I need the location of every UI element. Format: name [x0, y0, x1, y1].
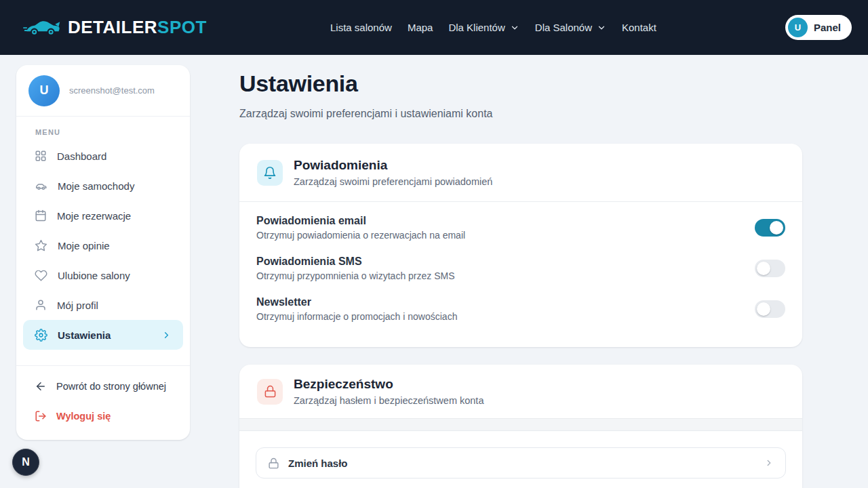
panel-button-label: Panel	[814, 22, 841, 33]
chevron-right-icon	[764, 458, 774, 468]
setting-label: Powiadomienia email	[256, 215, 465, 227]
notifications-card: Powiadomienia Zarządzaj swoimi preferenc…	[239, 144, 802, 347]
setting-row-newsletter: Newsletter Otrzymuj informacje o promocj…	[256, 289, 785, 329]
change-password-button[interactable]: Zmień hasło	[256, 447, 786, 479]
sms-notifications-toggle[interactable]	[755, 260, 785, 277]
security-actions: Zmień hasło Usuń konto	[239, 431, 802, 488]
sidebar-item-label: Ustawienia	[58, 329, 111, 341]
security-card-header: Bezpieczeństwo Zarządzaj hasłem i bezpie…	[239, 365, 802, 418]
sidebar-item-label: Ulubione salony	[58, 270, 130, 281]
security-card-title: Bezpieczeństwo	[294, 377, 484, 392]
sidebar-footer: Powrót do strony głównej Wyloguj się	[16, 371, 190, 431]
newsletter-toggle[interactable]	[755, 300, 785, 318]
lock-icon	[268, 458, 279, 469]
lock-icon	[257, 379, 283, 405]
nav-dla-klientow-label: Dla Klientów	[448, 22, 505, 33]
toggle-knob	[770, 221, 783, 235]
setting-description: Otrzymuj przypomnienia o wizytach przez …	[256, 270, 455, 281]
sidebar-item-moje-samochody[interactable]: Moje samochody	[23, 171, 183, 201]
setting-label: Powiadomienia SMS	[256, 256, 455, 268]
sidebar-item-ustawienia[interactable]: Ustawienia	[23, 320, 183, 350]
user-icon	[35, 299, 47, 311]
page-subtitle: Zarządzaj swoimi preferencjami i ustawie…	[239, 108, 802, 120]
setting-description: Otrzymuj informacje o promocjach i nowoś…	[256, 311, 457, 322]
panel-button[interactable]: U Panel	[785, 15, 852, 40]
sidebar-item-label: Moje rezerwacje	[57, 210, 131, 222]
chevron-down-icon	[510, 23, 519, 33]
chevron-right-icon	[161, 330, 172, 340]
toggle-knob	[757, 262, 770, 275]
back-to-home-link[interactable]: Powrót do strony głównej	[16, 371, 190, 401]
page-title: Ustawienia	[239, 70, 802, 97]
sidebar-item-label: Moje samochody	[58, 180, 134, 192]
sidebar-item-label: Dashboard	[57, 150, 106, 162]
notifications-card-header: Powiadomienia Zarządzaj swoimi preferenc…	[239, 144, 802, 201]
notifications-card-subtitle: Zarządzaj swoimi preferencjami powiadomi…	[294, 176, 492, 187]
nav-mapa[interactable]: Mapa	[408, 22, 433, 33]
sidebar-item-moje-rezerwacje[interactable]: Moje rezerwacje	[23, 201, 183, 230]
security-card: Bezpieczeństwo Zarządzaj hasłem i bezpie…	[239, 365, 802, 488]
main-content: Ustawienia Zarządzaj swoimi preferencjam…	[239, 70, 802, 120]
toggle-knob	[757, 302, 770, 316]
setting-description: Otrzymuj powiadomienia o rezerwacjach na…	[256, 230, 465, 241]
top-navbar: DETAILERSPOT Lista salonów Mapa Dla Klie…	[0, 0, 868, 55]
star-icon	[35, 239, 47, 252]
car-icon	[35, 180, 47, 192]
dashboard-grid-icon	[35, 150, 47, 162]
nextjs-dev-badge[interactable]: N	[12, 449, 39, 476]
avatar: U	[788, 18, 808, 37]
notification-settings-list: Powiadomienia email Otrzymuj powiadomien…	[239, 202, 802, 329]
heart-icon	[35, 269, 47, 282]
back-link-label: Powrót do strony głównej	[56, 381, 166, 392]
sidebar-item-label: Moje opinie	[58, 240, 110, 251]
sidebar-user-card: U screenshot@test.com	[16, 65, 190, 117]
divider	[16, 365, 190, 366]
notifications-card-title: Powiadomienia	[294, 158, 492, 173]
brand-name: DETAILERSPOT	[68, 17, 207, 38]
user-email: screenshot@test.com	[69, 85, 155, 96]
menu-section-label: MENU	[35, 128, 190, 136]
sidebar-item-ulubione-salony[interactable]: Ulubione salony	[23, 260, 183, 290]
nav-dla-salonow-label: Dla Salonów	[535, 22, 592, 33]
logout-link[interactable]: Wyloguj się	[16, 401, 190, 431]
arrow-left-icon	[35, 380, 47, 392]
main-navigation: Lista salonów Mapa Dla Klientów Dla Salo…	[330, 0, 656, 55]
logout-link-label: Wyloguj się	[56, 411, 111, 422]
bell-icon	[257, 160, 283, 186]
security-card-subtitle: Zarządzaj hasłem i bezpieczeństwem konta	[294, 395, 484, 406]
sidebar-menu: Dashboard Moje samochody Moje rezerwacje…	[16, 141, 190, 350]
calendar-icon	[35, 209, 47, 222]
gear-icon	[35, 329, 47, 342]
sidebar-item-moje-opinie[interactable]: Moje opinie	[23, 230, 183, 260]
nav-kontakt[interactable]: Kontakt	[622, 22, 656, 33]
nav-dla-klientow[interactable]: Dla Klientów	[448, 22, 519, 33]
sidebar-item-label: Mój profil	[57, 300, 98, 311]
nav-lista-salonow[interactable]: Lista salonów	[330, 22, 392, 33]
sidebar-item-moj-profil[interactable]: Mój profil	[23, 290, 183, 320]
chevron-down-icon	[597, 23, 606, 33]
car-logo-icon	[23, 18, 61, 38]
email-notifications-toggle[interactable]	[755, 219, 785, 237]
avatar: U	[28, 75, 60, 106]
sidebar: U screenshot@test.com MENU Dashboard Moj…	[16, 65, 190, 440]
setting-row-sms: Powiadomienia SMS Otrzymuj przypomnienia…	[256, 248, 785, 289]
nav-dla-salonow[interactable]: Dla Salonów	[535, 22, 606, 33]
change-password-label: Zmień hasło	[288, 458, 348, 469]
logout-icon	[35, 410, 47, 422]
sidebar-item-dashboard[interactable]: Dashboard	[23, 141, 183, 171]
section-divider	[239, 418, 802, 431]
logo[interactable]: DETAILERSPOT	[23, 17, 207, 38]
setting-row-email: Powiadomienia email Otrzymuj powiadomien…	[256, 207, 785, 248]
setting-label: Newsletter	[256, 296, 457, 308]
